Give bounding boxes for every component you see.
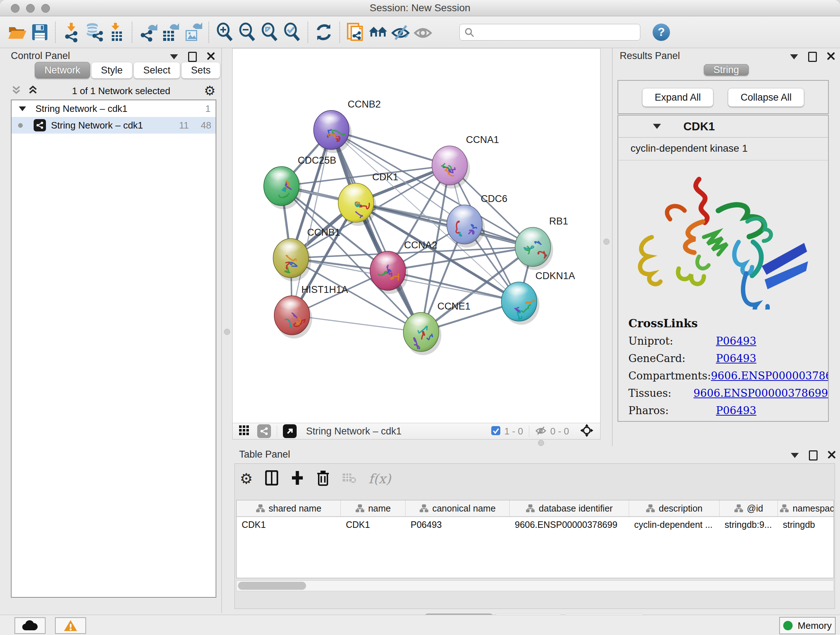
function-builder-icon: f(x) xyxy=(369,471,391,486)
network-collection-row[interactable]: String Network – cdk1 1 xyxy=(11,100,216,117)
crosslink-value[interactable]: 9606.ENSP00000378699 xyxy=(693,387,828,399)
crosslink-value[interactable]: P06493 xyxy=(716,404,756,417)
panel-menu-icon[interactable] xyxy=(791,453,799,458)
table-cell[interactable]: CDK1 xyxy=(237,517,341,532)
search-input[interactable] xyxy=(459,24,640,41)
column-header-name[interactable]: name xyxy=(341,500,406,516)
table-cell[interactable]: 9606.ENSP00000378699 xyxy=(510,517,629,532)
tab-network[interactable]: Network xyxy=(35,62,90,79)
export-table-icon[interactable] xyxy=(159,21,182,43)
panel-menu-icon[interactable] xyxy=(170,54,178,59)
table-cell[interactable]: cyclin-dependent ... xyxy=(629,517,720,532)
float-panel-icon[interactable] xyxy=(188,52,197,62)
table-cell[interactable]: CDK1 xyxy=(341,517,406,532)
expand-all-button[interactable]: Expand All xyxy=(642,88,714,107)
import-network-from-database-icon[interactable] xyxy=(82,21,105,43)
table-gear-icon[interactable]: ⚙ xyxy=(240,472,253,485)
table-cell[interactable]: stringdb xyxy=(778,517,834,532)
warnings-button[interactable] xyxy=(55,617,86,634)
zoom-in-icon[interactable] xyxy=(213,21,236,43)
column-header-database-identifier[interactable]: database identifier xyxy=(510,500,629,516)
network-row[interactable]: String Network – cdk1 11 48 xyxy=(11,117,216,134)
crosslink-label: Pharos: xyxy=(628,404,716,417)
column-header-description[interactable]: description xyxy=(629,500,720,516)
selected-checkbox-icon[interactable] xyxy=(491,426,501,437)
export-network-icon[interactable] xyxy=(137,21,159,43)
left-splitter-handle[interactable] xyxy=(224,329,230,335)
column-header-canonical-name[interactable]: canonical name xyxy=(406,500,510,516)
network-node-CCNB1[interactable]: CCNB1 xyxy=(273,227,340,281)
cloud-button[interactable] xyxy=(14,617,46,634)
close-panel-icon[interactable] xyxy=(207,52,215,62)
tab-select[interactable]: Select xyxy=(134,62,180,79)
network-edge-CCNB2-CCNE1[interactable] xyxy=(332,130,421,332)
zoom-out-icon[interactable] xyxy=(236,21,258,43)
float-panel-icon[interactable] xyxy=(809,450,818,461)
hide-selected-eye-slash-icon[interactable] xyxy=(389,21,412,43)
column-header-namespace[interactable]: namespace xyxy=(778,500,834,516)
table-row[interactable]: CDK1CDK1P064939606.ENSP00000378699cyclin… xyxy=(237,517,834,532)
results-actions-box: Expand All Collapse All xyxy=(617,80,829,114)
memory-button[interactable]: Memory xyxy=(779,617,836,634)
bottom-splitter-handle[interactable] xyxy=(538,440,544,446)
network-node-CCNB2[interactable]: CCNB2 xyxy=(314,99,381,153)
grid-view-icon[interactable] xyxy=(239,425,249,437)
network-canvas[interactable]: CCNB2CCNA1CDC25BCDK1CDC6RB1CCNB1CCNA2CDK… xyxy=(233,49,600,423)
gear-icon[interactable]: ⚙ xyxy=(204,84,216,97)
network-node-CCNE1[interactable]: CCNE1 xyxy=(403,301,471,355)
open-session-icon[interactable] xyxy=(6,21,28,43)
add-column-icon[interactable] xyxy=(291,470,304,487)
open-in-window-icon[interactable] xyxy=(283,424,297,438)
tab-string[interactable]: String xyxy=(704,64,749,76)
table-horizontal-scrollbar[interactable] xyxy=(236,580,834,591)
network-list-toolbar: 1 of 1 Network selected ⚙ xyxy=(11,83,216,99)
column-header-shared-name[interactable]: shared name xyxy=(237,500,341,516)
scrollbar-thumb[interactable] xyxy=(238,582,306,590)
close-panel-icon[interactable] xyxy=(828,451,836,460)
network-share-icon[interactable] xyxy=(257,424,271,438)
string-network-icon xyxy=(34,119,46,131)
table-cell[interactable]: P06493 xyxy=(406,517,510,532)
collapse-gene-icon[interactable] xyxy=(653,124,661,129)
import-network-icon[interactable] xyxy=(60,21,82,43)
gene-section-header[interactable]: CDK1 xyxy=(618,116,828,138)
zoom-selected-icon[interactable] xyxy=(281,21,303,43)
right-splitter-handle[interactable] xyxy=(603,239,609,245)
network-node-RB1[interactable]: RB1 xyxy=(515,216,568,270)
tab-sets[interactable]: Sets xyxy=(181,62,220,79)
crosslink-value[interactable]: 9606.ENSP00000378699 xyxy=(711,370,829,382)
collapse-collection-icon[interactable] xyxy=(19,106,26,111)
float-panel-icon[interactable] xyxy=(808,52,817,62)
network-selection-summary: 1 of 1 Network selected xyxy=(38,86,204,97)
show-columns-icon[interactable] xyxy=(265,470,278,487)
collapse-all-icon[interactable] xyxy=(11,84,22,97)
network-view-title: String Network – cdk1 xyxy=(306,426,401,437)
help-button[interactable]: ? xyxy=(653,24,670,41)
export-image-icon[interactable] xyxy=(182,21,204,43)
close-panel-icon[interactable] xyxy=(827,52,835,62)
table-cell[interactable]: stringdb:9... xyxy=(720,517,778,532)
network-node-HIST1H1A[interactable]: HIST1H1A xyxy=(274,284,348,339)
collapse-all-button[interactable]: Collapse All xyxy=(728,88,804,107)
clone-network-icon[interactable] xyxy=(344,21,367,43)
selected-counts: 1 - 0 xyxy=(504,426,523,437)
panel-menu-icon[interactable] xyxy=(790,54,798,59)
zoom-fit-icon[interactable] xyxy=(258,21,281,43)
import-table-icon[interactable] xyxy=(105,21,127,43)
network-node-CDKN1A[interactable]: CDKN1A xyxy=(501,271,575,325)
results-panel-title: Results Panel xyxy=(620,50,680,62)
expand-all-icon[interactable] xyxy=(27,84,38,97)
hidden-eye-slash-icon[interactable] xyxy=(535,425,546,437)
crosslink-value[interactable]: P06493 xyxy=(716,335,756,347)
column-header-@id[interactable]: @id xyxy=(720,500,778,516)
string-home-icon[interactable] xyxy=(367,21,389,43)
crosslink-value[interactable]: P06493 xyxy=(716,352,756,364)
node-table[interactable]: shared namenamecanonical namedatabase id… xyxy=(236,500,834,578)
delete-column-trash-icon[interactable] xyxy=(317,470,330,487)
tab-style[interactable]: Style xyxy=(91,62,133,79)
refresh-icon[interactable] xyxy=(313,21,335,43)
show-all-eye-icon[interactable] xyxy=(412,21,434,43)
save-session-icon[interactable] xyxy=(28,21,51,43)
network-node-CCNA1[interactable]: CCNA1 xyxy=(432,134,499,188)
birdseye-navigator-icon[interactable] xyxy=(580,424,594,439)
